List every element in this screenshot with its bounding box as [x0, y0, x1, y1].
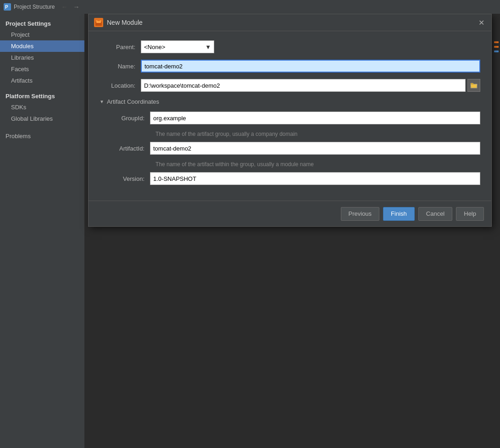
sidebar-item-facets[interactable]: Facets [0, 63, 84, 75]
sidebar: Project Settings Project Modules Librari… [0, 14, 84, 448]
sidebar-divider [0, 86, 84, 90]
back-arrow[interactable]: ← [59, 2, 69, 11]
dialog-footer: Previous Finish Cancel Help [89, 201, 491, 226]
indicator-orange2 [494, 46, 499, 48]
artifactid-hint: The name of the artifact within the grou… [109, 161, 480, 168]
finish-button[interactable]: Finish [383, 207, 415, 221]
groupid-label: GroupId: [109, 115, 150, 122]
parent-control: <None> ▼ [141, 40, 480, 53]
previous-button[interactable]: Previous [341, 207, 380, 221]
version-label: Version: [109, 175, 150, 182]
dialog-title: New Module [107, 19, 473, 26]
groupid-control [150, 112, 480, 124]
name-control [141, 60, 480, 73]
version-input[interactable] [150, 172, 480, 185]
artifact-coordinates-body: GroupId: The name of the artifact group,… [100, 112, 480, 185]
svg-rect-5 [97, 19, 100, 21]
indicator-orange [494, 41, 499, 43]
artifactid-control [150, 142, 480, 155]
version-control [150, 172, 480, 185]
new-module-dialog: New Module ✕ Parent: <None> ▼ [88, 14, 492, 227]
sidebar-divider2 [0, 124, 84, 128]
dialog-titlebar: New Module ✕ [89, 14, 491, 31]
nav-arrows: ← → [59, 2, 81, 11]
sidebar-item-sdks[interactable]: SDKs [0, 101, 84, 113]
sidebar-item-artifacts[interactable]: Artifacts [0, 75, 84, 86]
dialog-icon [94, 18, 103, 27]
content-area: New Module ✕ Parent: <None> ▼ [84, 14, 500, 448]
groupid-hint: The name of the artifact group, usually … [109, 131, 480, 137]
name-input[interactable] [141, 60, 480, 73]
dialog-close-button[interactable]: ✕ [477, 18, 486, 27]
name-label: Name: [100, 63, 141, 70]
main-area: Project Settings Project Modules Librari… [0, 14, 500, 448]
project-settings-label: Project Settings [0, 17, 84, 29]
artifactid-row: ArtifactId: [109, 142, 480, 155]
parent-label: Parent: [100, 44, 141, 50]
forward-arrow[interactable]: → [71, 2, 81, 11]
artifactid-label: ArtifactId: [109, 145, 150, 152]
groupid-input[interactable] [150, 112, 480, 124]
sidebar-item-modules[interactable]: Modules [0, 40, 84, 52]
app-title: Project Structure [14, 4, 55, 10]
version-row: Version: [109, 172, 480, 185]
cancel-button[interactable]: Cancel [418, 207, 452, 221]
location-control [141, 79, 480, 92]
artifact-coordinates-label: Artifact Coordinates [107, 98, 159, 105]
parent-select[interactable]: <None> ▼ [141, 40, 214, 53]
sidebar-item-global-libraries[interactable]: Global Libraries [0, 113, 84, 124]
parent-value: <None> [144, 44, 165, 50]
location-row: Location: [100, 79, 480, 92]
groupid-row: GroupId: [109, 112, 480, 124]
section-toggle[interactable]: ▼ [100, 99, 104, 104]
dialog-body: Parent: <None> ▼ Name: [89, 31, 491, 201]
help-button[interactable]: Help [456, 207, 484, 221]
right-indicator-strip [493, 14, 500, 448]
artifactid-input[interactable] [150, 142, 480, 155]
app-icon: P [4, 3, 11, 11]
sidebar-item-problems[interactable]: Problems [0, 130, 84, 142]
title-bar: P Project Structure ← → [0, 0, 500, 14]
sidebar-item-libraries[interactable]: Libraries [0, 52, 84, 63]
indicator-blue [494, 50, 499, 52]
svg-text:P: P [5, 5, 8, 10]
artifact-coordinates-header: ▼ Artifact Coordinates [100, 98, 480, 105]
location-input[interactable] [141, 79, 466, 92]
location-label: Location: [100, 82, 141, 89]
browse-folder-button[interactable] [467, 79, 480, 92]
parent-row: Parent: <None> ▼ [100, 40, 480, 53]
platform-settings-label: Platform Settings [0, 90, 84, 101]
dropdown-arrow: ▼ [205, 44, 211, 50]
name-row: Name: [100, 60, 480, 73]
sidebar-item-project[interactable]: Project [0, 29, 84, 40]
